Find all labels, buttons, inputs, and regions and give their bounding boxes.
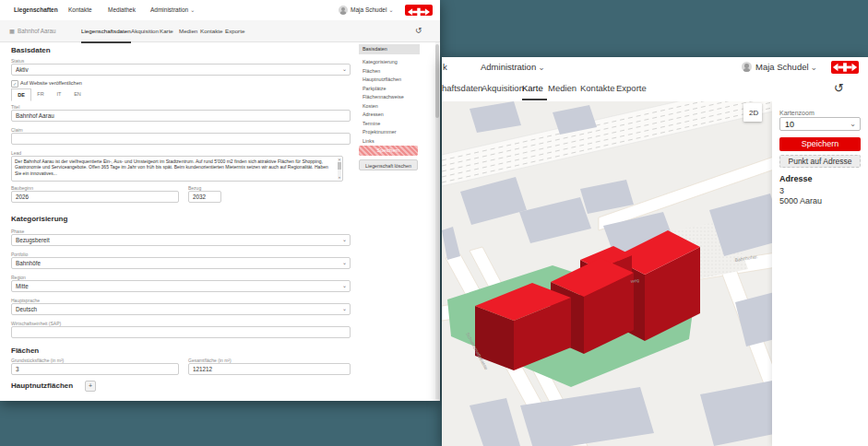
phase-select[interactable]: Bezugsbereit⌄	[11, 234, 351, 246]
baubeginn-input[interactable]: 2026	[11, 191, 179, 203]
property-icon: ▦	[9, 28, 15, 34]
user-avatar	[742, 62, 752, 72]
nav-item-administration[interactable]: Administration⌄	[150, 0, 195, 20]
nav-item-administration[interactable]: Administration⌄	[481, 57, 545, 76]
liegenschaften-form-window: Liegenschaften Kontakte Mediathek Admini…	[0, 0, 440, 401]
adresse-line-1: 3	[779, 186, 784, 195]
scroll-up-icon[interactable]: ▲	[338, 158, 341, 161]
tab-karte[interactable]: Karte	[522, 76, 543, 100]
sbb-logo	[405, 5, 433, 16]
adresse-line-2: 5000 Aarau	[779, 196, 822, 205]
delete-property-button[interactable]: Liegenschaft löschen	[359, 159, 418, 170]
tab-medien[interactable]: Medien	[548, 76, 577, 100]
lang-tab-en[interactable]: EN	[68, 88, 87, 100]
nav-item-kontakte[interactable]: Kontakte	[68, 0, 92, 20]
property-title: ▦Bahnhof Aarau	[9, 20, 56, 41]
jumpnav-basisdaten[interactable]: Basisdaten	[359, 44, 420, 54]
lang-tab-it[interactable]: IT	[50, 88, 68, 100]
jumpnav-projektnummer[interactable]: Projektnummer	[359, 128, 420, 137]
jumpnav-kategorisierung[interactable]: Kategorisierung	[359, 58, 420, 67]
kartenzoom-select[interactable]: 10⌄	[779, 117, 861, 131]
tab-akquisition[interactable]: Akquisition	[131, 20, 159, 41]
user-avatar	[339, 6, 348, 15]
jumpnav-links[interactable]: Links	[359, 137, 420, 147]
jumpnav-parkplaetze[interactable]: Parkplätze	[359, 85, 420, 94]
jumpnav-kosten[interactable]: Kosten	[359, 102, 420, 112]
section-heading-basisdaten: Basisdaten	[11, 46, 51, 54]
user-menu[interactable]: Maja Schudel⌄	[351, 0, 393, 20]
jumpnav-flaechennachweise[interactable]: Flächennachweise	[359, 93, 420, 102]
scroll-down-icon[interactable]: ▼	[338, 176, 341, 180]
tab-akquisition[interactable]: Akquisition	[482, 76, 524, 100]
tab-exporte[interactable]: Exporte	[616, 76, 647, 100]
wirtschaftseinheit-input[interactable]	[11, 326, 351, 338]
scroll-thumb[interactable]	[338, 162, 341, 170]
jumpnav-hauptnutzflaechen[interactable]: Hauptnutzflächen	[359, 76, 420, 85]
punkt-auf-adresse-button[interactable]: Punkt auf Adresse	[779, 155, 861, 168]
titel-input[interactable]: Bahnhof Aarau	[11, 110, 351, 122]
chevron-down-icon: ⌄	[342, 235, 347, 245]
website-checkbox-label: Auf Website veröffentlichen	[20, 80, 82, 86]
kartenzoom-label: Kartenzoom	[779, 110, 814, 116]
jumpnav-adressen[interactable]: Adressen	[359, 111, 420, 120]
sbb-logo-icon	[405, 6, 433, 18]
chevron-down-icon: ⌄	[342, 258, 347, 268]
chevron-down-icon: ⌄	[342, 65, 347, 75]
chevron-down-icon: ⌄	[538, 63, 545, 72]
language-tabs: DE FR IT EN	[11, 88, 87, 101]
tab-kontakte[interactable]: Kontakte	[580, 76, 615, 100]
jumpnav-termine[interactable]: Termine	[359, 120, 420, 129]
tab-kontakte[interactable]: Kontakte	[200, 20, 222, 41]
tab-liegenschaftsdaten-fragment[interactable]: haftsdaten	[442, 76, 482, 100]
tab-liegenschaftsdaten[interactable]: Liegenschaftsdaten	[81, 20, 131, 43]
status-select[interactable]: Aktiv⌄	[11, 64, 351, 76]
user-menu[interactable]: Maja Schudel⌄	[755, 57, 817, 76]
tab-medien[interactable]: Medien	[179, 20, 197, 41]
grundstuecksflaeche-input[interactable]: 3	[11, 363, 179, 375]
claim-input[interactable]	[11, 133, 351, 145]
jumpnav-flaechen[interactable]: Flächen	[359, 67, 420, 76]
portfolio-select[interactable]: Bahnhöfe⌄	[11, 257, 351, 269]
right-tab-bar: haftsdaten Akquisition Karte Medien Kont…	[442, 76, 868, 101]
tab-exporte[interactable]: Exporte	[225, 20, 244, 41]
section-heading-kategorisierung: Kategorisierung	[11, 215, 67, 223]
adresse-heading: Adresse	[779, 174, 813, 183]
chevron-down-icon: ⌄	[811, 63, 818, 72]
left-top-nav: Liegenschaften Kontakte Mediathek Admini…	[0, 0, 440, 21]
chevron-down-icon: ⌄	[342, 281, 347, 291]
map-side-panel: Kartenzoom 10⌄ Speichern Punkt auf Adres…	[772, 101, 868, 446]
region-select[interactable]: Mitte⌄	[11, 280, 351, 292]
map-2d-toggle-button[interactable]: 2D	[743, 103, 762, 122]
lead-text: Der Bahnhof Aarau ist der vielfrequentie…	[15, 158, 334, 176]
map-canvas[interactable]: weg Bahnhofstr. Schwerzmattstrasse 2D Ka…	[442, 101, 868, 446]
hauptsprache-select[interactable]: Deutsch⌄	[11, 303, 351, 315]
lang-tab-fr[interactable]: FR	[31, 88, 50, 100]
active-tab-underline	[522, 99, 547, 100]
nav-item-mediathek[interactable]: Mediathek	[108, 0, 136, 20]
left-subheader: ▦Bahnhof Aarau Liegenschaftsdaten Akquis…	[0, 20, 440, 42]
chevron-down-icon: ⌄	[850, 118, 856, 131]
nav-item-liegenschaften[interactable]: Liegenschaften	[14, 0, 58, 22]
section-heading-flaechen: Flächen	[11, 346, 39, 355]
form-scrollbar[interactable]	[435, 42, 439, 399]
section-heading-hauptnutzflaechen: Hauptnutzflächen	[11, 381, 73, 390]
history-icon[interactable]: ↺	[834, 76, 844, 100]
sbb-logo	[831, 61, 859, 74]
chevron-down-icon: ⌄	[388, 7, 393, 13]
gesamtflaeche-input[interactable]: 121212	[188, 363, 351, 375]
bezug-input[interactable]: 2032	[188, 191, 221, 203]
tab-karte[interactable]: Karte	[160, 20, 173, 41]
lang-tab-de[interactable]: DE	[11, 88, 31, 101]
website-checkbox[interactable]: ✓	[11, 80, 18, 88]
chevron-down-icon: ⌄	[190, 7, 195, 13]
lead-scrollbar[interactable]: ▲ ▼	[338, 158, 341, 180]
nav-item-mediathek-fragment[interactable]: k	[443, 57, 447, 76]
save-button[interactable]: Speichern	[359, 146, 418, 156]
lead-textarea[interactable]: Der Bahnhof Aarau ist der vielfrequentie…	[11, 156, 343, 182]
scroll-thumb[interactable]	[435, 44, 439, 118]
plus-icon: +	[89, 382, 92, 389]
right-top-nav: k Administration⌄ Maja Schudel⌄	[442, 57, 868, 77]
speichern-button[interactable]: Speichern	[779, 137, 861, 151]
add-hauptnutzflaeche-button[interactable]: +	[85, 381, 96, 392]
history-icon[interactable]: ↺	[415, 20, 422, 41]
